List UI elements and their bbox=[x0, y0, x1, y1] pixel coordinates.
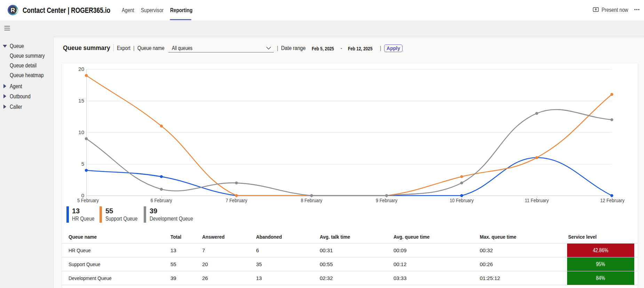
svg-text:6 February: 6 February bbox=[151, 197, 172, 203]
svg-text:9 February: 9 February bbox=[376, 197, 397, 203]
svg-text:11 February: 11 February bbox=[525, 197, 549, 203]
svg-text:5 February: 5 February bbox=[77, 197, 99, 203]
svg-text:10 February: 10 February bbox=[450, 197, 474, 203]
svg-text:R: R bbox=[11, 7, 15, 14]
svg-text:8 February: 8 February bbox=[301, 197, 322, 203]
svg-text:5: 5 bbox=[81, 161, 84, 167]
svg-text:20: 20 bbox=[78, 66, 84, 72]
svg-text:7 February: 7 February bbox=[226, 197, 247, 203]
svg-text:10: 10 bbox=[78, 129, 84, 135]
svg-text:15: 15 bbox=[78, 98, 84, 104]
svg-text:12 February: 12 February bbox=[600, 197, 625, 203]
